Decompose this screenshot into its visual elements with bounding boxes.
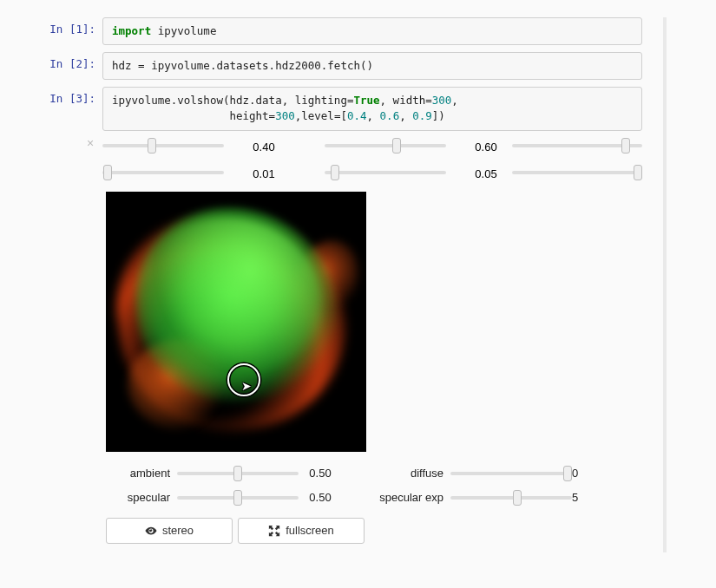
specular-exp-slider[interactable] (450, 490, 572, 506)
opacity-slider-2a[interactable] (102, 165, 224, 180)
specular-exp-label: specular exp (368, 491, 450, 504)
widget-output: × 0.40 0.60 0.01 0.05 (102, 138, 642, 544)
ambient-slider[interactable] (177, 466, 299, 481)
code-input-1[interactable]: import ipyvolume (102, 17, 642, 45)
level-slider-1c[interactable] (512, 138, 642, 154)
specular-exp-value: 5 (572, 491, 589, 504)
ambient-label: ambient (106, 467, 177, 480)
level-value-1a: 0.40 (238, 140, 290, 154)
opacity-value-2b: 0.05 (460, 167, 512, 180)
stereo-label: stereo (162, 524, 194, 537)
opacity-slider-2c[interactable] (512, 165, 642, 180)
level-slider-row-1: 0.40 0.60 (102, 138, 642, 156)
fullscreen-icon (268, 525, 280, 537)
opacity-value-2a: 0.01 (238, 167, 290, 180)
code-input-2[interactable]: hdz = ipyvolume.datasets.hdz2000.fetch() (102, 52, 642, 80)
level-slider-1b[interactable] (325, 138, 446, 154)
in-prompt-3: In [3]: (35, 87, 102, 130)
in-prompt-1: In [1]: (35, 17, 102, 45)
button-row: stereo fullscreen (106, 518, 642, 544)
code-input-3[interactable]: ipyvolume.volshow(hdz.data, lighting=Tru… (102, 87, 642, 130)
fullscreen-button[interactable]: fullscreen (238, 518, 365, 544)
code-cell-3: In [3]: ipyvolume.volshow(hdz.data, ligh… (35, 87, 642, 130)
vertical-scrollbar[interactable] (663, 17, 667, 552)
diffuse-value: 0 (572, 467, 589, 480)
code-cell-2: In [2]: hdz = ipyvolume.datasets.hdz2000… (35, 52, 642, 80)
lighting-controls: ambient 0.50 diffuse 0 specular 0.50 spe… (106, 466, 642, 506)
volume-render-canvas[interactable]: ➤ (106, 192, 366, 452)
level-slider-1a[interactable] (102, 138, 224, 154)
diffuse-slider[interactable] (450, 466, 572, 481)
specular-label: specular (106, 491, 177, 504)
in-prompt-2: In [2]: (35, 52, 102, 80)
fullscreen-label: fullscreen (286, 524, 334, 537)
level-slider-row-2: 0.01 0.05 (102, 165, 642, 183)
eye-icon (145, 525, 157, 537)
specular-slider[interactable] (177, 490, 299, 506)
diffuse-label: diffuse (368, 467, 450, 480)
level-value-1b: 0.60 (460, 140, 512, 154)
stereo-button[interactable]: stereo (106, 518, 233, 544)
jupyter-notebook: In [1]: import ipyvolume In [2]: hdz = i… (35, 17, 642, 544)
code-cell-1: In [1]: import ipyvolume (35, 17, 642, 45)
close-icon[interactable]: × (87, 136, 94, 150)
specular-value: 0.50 (299, 491, 342, 504)
opacity-slider-2b[interactable] (325, 165, 446, 180)
ambient-value: 0.50 (299, 467, 342, 480)
drag-indicator-ring (227, 363, 260, 396)
